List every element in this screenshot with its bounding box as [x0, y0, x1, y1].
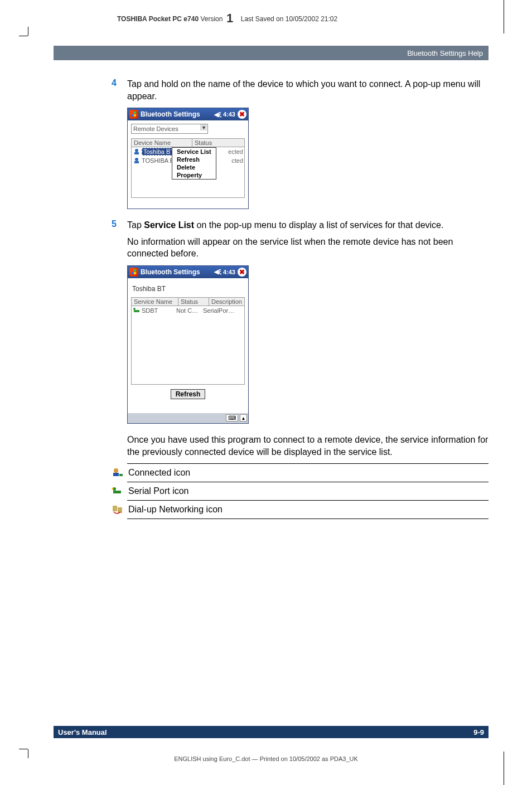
breadcrumb: Bluetooth Settings Help [54, 46, 489, 60]
print-info: ENGLISH using Euro_C.dot — Printed on 10… [0, 755, 532, 762]
legend-connected-label: Connected icon [128, 468, 190, 478]
step5-bold: Service List [144, 220, 194, 230]
clock: 4:43 [223, 111, 235, 118]
step-4: 4 Tap and hold on the name of the device… [112, 78, 489, 102]
after-text: Once you have used this program to conne… [127, 434, 489, 458]
footer-left: User's Manual [58, 728, 107, 736]
device-label: Toshiba BT [132, 285, 244, 293]
step5-text-b: on the pop-up menu to display a list of … [194, 220, 443, 230]
legend-dialup-label: Dial-up Networking icon [128, 505, 223, 515]
window-title: Bluetooth Settings [141, 110, 214, 118]
svg-rect-15 [113, 473, 119, 476]
serial-port-icon [133, 307, 141, 314]
service-desc: SerialPor… [203, 307, 234, 314]
start-icon[interactable] [129, 268, 138, 277]
svg-rect-11 [134, 272, 136, 274]
legend-connected: Connected icon [112, 466, 489, 479]
step-5-text: Tap Service List on the pop-up menu to d… [127, 219, 489, 260]
start-icon[interactable] [129, 110, 138, 119]
col-device-name[interactable]: Device Name [132, 139, 192, 147]
svg-point-13 [133, 308, 136, 310]
col-status[interactable]: Status [192, 139, 244, 147]
svg-rect-2 [131, 114, 133, 117]
svg-point-6 [135, 158, 138, 161]
device-name-2: TOSHIBA B [142, 157, 174, 164]
clock: 4:43 [223, 269, 235, 275]
service-table-header: Service Name Status Description [131, 297, 245, 306]
service-status: Not C… [176, 307, 203, 314]
device-table-header: Device Name Status [131, 138, 245, 147]
col-status[interactable]: Status [178, 298, 209, 306]
svg-rect-17 [113, 491, 121, 493]
svg-rect-8 [131, 269, 133, 272]
window-title-bar: Bluetooth Settings ◀ξ 4:43 ✖ [128, 108, 248, 120]
sip-arrow-icon[interactable]: ▴ [240, 414, 247, 421]
svg-point-14 [114, 468, 118, 473]
legend-serial: Serial Port icon [112, 484, 489, 498]
combo-value: Remote Devices [133, 125, 178, 132]
keyboard-icon[interactable]: ⌨ [226, 414, 238, 421]
page-footer: User's Manual 9-9 [54, 726, 489, 738]
version-label: Version [200, 15, 223, 23]
svg-rect-12 [134, 310, 139, 312]
volume-icon[interactable]: ◀ξ [214, 111, 221, 118]
device-name-1: Toshiba BT [142, 148, 176, 156]
step5-text2: No information will appear on the servic… [127, 237, 453, 259]
serial-port-icon [112, 486, 124, 497]
svg-rect-9 [134, 269, 136, 272]
product-name: TOSHIBA Pocket PC e740 [117, 15, 199, 23]
footer-right: 9-9 [473, 728, 484, 736]
window-title-bar: Bluetooth Settings ◀ξ 4:43 ✖ [128, 266, 248, 278]
svg-rect-7 [134, 161, 139, 163]
menu-refresh[interactable]: Refresh [172, 156, 216, 163]
svg-rect-5 [134, 152, 139, 154]
close-button[interactable]: ✖ [238, 268, 246, 277]
screenshot-service-list: Bluetooth Settings ◀ξ 4:43 ✖ Toshiba BT … [127, 265, 489, 424]
col-service-name[interactable]: Service Name [132, 298, 178, 306]
step-number-5: 5 [112, 219, 127, 229]
step5-text-a: Tap [127, 220, 144, 230]
step-5: 5 Tap Service List on the pop-up menu to… [112, 219, 489, 260]
saved-text: Last Saved on 10/05/2002 21:02 [241, 15, 337, 23]
refresh-button[interactable]: Refresh [171, 389, 206, 399]
service-name: SDBT [142, 307, 176, 314]
step-4-text: Tap and hold on the name of the device t… [127, 78, 489, 102]
legend-dialup: Dial-up Networking icon [112, 503, 489, 516]
service-row[interactable]: SDBT Not C… SerialPor… [132, 306, 244, 315]
volume-icon[interactable]: ◀ξ [214, 268, 221, 275]
connected-icon [112, 467, 124, 478]
menu-delete[interactable]: Delete [172, 163, 216, 171]
device-icon [133, 157, 141, 164]
col-description[interactable]: Description [209, 298, 244, 306]
screenshot-popup-menu: Bluetooth Settings ◀ξ 4:43 ✖ Remote Devi… [127, 108, 489, 209]
svg-rect-19 [113, 506, 117, 511]
svg-point-4 [135, 149, 138, 152]
menu-service-list[interactable]: Service List [172, 148, 216, 156]
menu-property[interactable]: Property [172, 171, 216, 179]
svg-rect-1 [134, 112, 136, 114]
version-number: 1 [226, 11, 233, 25]
context-menu[interactable]: Service List Refresh Delete Property [172, 147, 216, 180]
dialup-icon [112, 504, 124, 515]
device-filter-combo[interactable]: Remote Devices [131, 124, 208, 134]
close-button[interactable]: ✖ [238, 110, 246, 119]
page-header: TOSHIBA Pocket PC e740 Version 1 Last Sa… [117, 11, 482, 26]
svg-rect-0 [131, 112, 133, 114]
breadcrumb-text: Bluetooth Settings Help [407, 49, 483, 57]
device-icon [133, 148, 141, 156]
window-title: Bluetooth Settings [141, 268, 214, 276]
device-status-1: ected [228, 148, 243, 155]
sip-bar: ⌨ ▴ [128, 413, 248, 423]
svg-rect-10 [131, 272, 133, 274]
after-text-block: Once you have used this program to conne… [112, 434, 489, 458]
legend-serial-label: Serial Port icon [128, 486, 189, 496]
step-number-4: 4 [112, 78, 127, 88]
svg-rect-16 [119, 474, 123, 476]
svg-rect-3 [134, 114, 136, 117]
device-status-2: cted [231, 157, 243, 164]
